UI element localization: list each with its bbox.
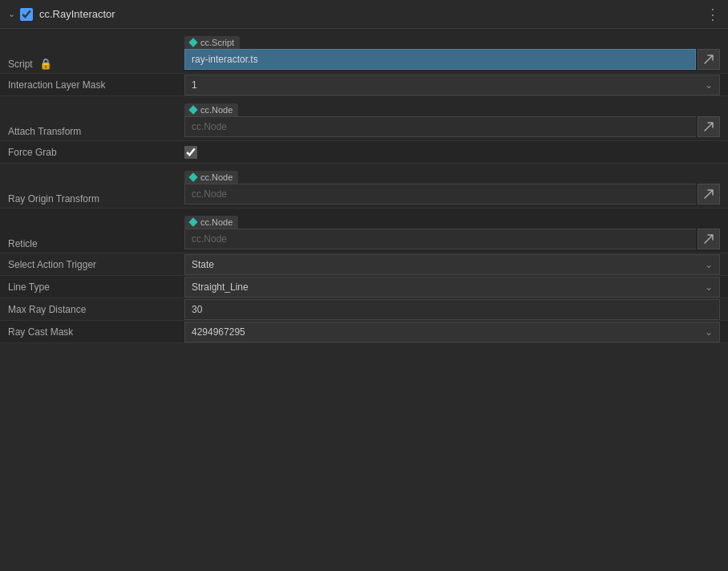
- interaction-layer-mask-label: Interaction Layer Mask: [8, 79, 184, 91]
- line-type-dropdown[interactable]: Straight_Line ⌄: [184, 277, 720, 298]
- attach-transform-badge: cc.Node: [184, 103, 238, 116]
- attach-transform-row: Attach Transform cc.Node cc.Node: [0, 96, 728, 141]
- attach-transform-input-row: cc.Node: [184, 116, 720, 137]
- reticle-input-row: cc.Node: [184, 229, 720, 249]
- collapse-chevron[interactable]: ⌄: [8, 9, 15, 19]
- reticle-label: Reticle: [8, 238, 184, 249]
- interaction-layer-mask-row: Interaction Layer Mask 1 ⌄: [0, 74, 728, 96]
- diamond-icon-2: [188, 105, 197, 114]
- select-action-trigger-row: Select Action Trigger State ⌄: [0, 253, 728, 276]
- ray-cast-mask-row: Ray Cast Mask 4294967295 ⌄: [0, 321, 728, 343]
- script-label-text: Script: [8, 59, 33, 70]
- force-grab-label: Force Grab: [8, 147, 184, 158]
- dropdown-chevron-icon-2: ⌄: [705, 259, 713, 270]
- force-grab-checkbox[interactable]: [184, 146, 197, 159]
- dropdown-chevron-icon-4: ⌄: [705, 326, 713, 338]
- line-type-label: Line Type: [8, 281, 184, 293]
- component-header: ⌄ cc.RayInteractor ⋮: [0, 0, 728, 29]
- ray-origin-value: cc.Node: [184, 184, 696, 205]
- ray-cast-mask-value: 4294967295: [192, 326, 705, 338]
- ray-origin-transform-row: Ray Origin Transform cc.Node cc.Node: [0, 164, 728, 209]
- ray-origin-input-row: cc.Node: [184, 184, 720, 205]
- max-ray-distance-label: Max Ray Distance: [8, 304, 184, 315]
- max-ray-distance-row: Max Ray Distance: [0, 298, 728, 321]
- attach-transform-badge-text: cc.Node: [200, 105, 233, 115]
- reticle-field: cc.Node cc.Node: [184, 216, 720, 249]
- line-type-row: Line Type Straight_Line ⌄: [0, 276, 728, 298]
- attach-transform-field: cc.Node cc.Node: [184, 103, 720, 137]
- max-ray-distance-input[interactable]: [184, 299, 720, 320]
- select-action-trigger-label: Select Action Trigger: [8, 259, 184, 270]
- select-action-trigger-value: State: [192, 259, 705, 270]
- ray-origin-transform-badge: cc.Node: [184, 171, 238, 184]
- reticle-pick-button[interactable]: [698, 229, 720, 249]
- interaction-layer-mask-dropdown[interactable]: 1 ⌄: [184, 75, 720, 95]
- script-input[interactable]: [184, 49, 696, 70]
- interaction-layer-mask-value: 1: [192, 79, 705, 91]
- component-enabled-checkbox[interactable]: [20, 8, 33, 21]
- more-options-button[interactable]: ⋮: [706, 7, 720, 22]
- reticle-badge: cc.Node: [184, 216, 238, 229]
- dropdown-chevron-icon-3: ⌄: [705, 281, 713, 293]
- ray-origin-badge-text: cc.Node: [200, 172, 233, 182]
- script-field: cc.Script: [184, 36, 720, 70]
- script-pick-button[interactable]: [698, 49, 720, 70]
- attach-transform-value: cc.Node: [184, 116, 696, 137]
- ray-origin-transform-label: Ray Origin Transform: [8, 193, 184, 205]
- reticle-value: cc.Node: [184, 229, 696, 249]
- ray-origin-pick-button[interactable]: [698, 184, 720, 205]
- diamond-icon-3: [188, 172, 197, 181]
- script-property-row: Script 🔒 cc.Script: [0, 29, 728, 74]
- ray-cast-mask-label: Ray Cast Mask: [8, 326, 184, 338]
- script-type-badge: cc.Script: [184, 36, 240, 49]
- select-action-trigger-dropdown[interactable]: State ⌄: [184, 254, 720, 275]
- attach-transform-label: Attach Transform: [8, 126, 184, 137]
- lock-icon: 🔒: [39, 58, 52, 70]
- reticle-badge-text: cc.Node: [200, 217, 233, 227]
- attach-transform-pick-button[interactable]: [698, 116, 720, 137]
- force-grab-field: [184, 146, 720, 159]
- reticle-row: Reticle cc.Node cc.Node: [0, 209, 728, 253]
- script-input-row: [184, 49, 720, 70]
- ray-origin-transform-field: cc.Node cc.Node: [184, 171, 720, 205]
- ray-cast-mask-dropdown[interactable]: 4294967295 ⌄: [184, 322, 720, 342]
- script-label: Script 🔒: [8, 58, 184, 70]
- force-grab-row: Force Grab: [0, 141, 728, 164]
- diamond-icon-4: [188, 217, 197, 226]
- dropdown-chevron-icon: ⌄: [705, 79, 713, 91]
- diamond-icon: [188, 38, 197, 47]
- line-type-value: Straight_Line: [192, 281, 705, 293]
- component-title: cc.RayInteractor: [39, 8, 706, 20]
- script-badge-text: cc.Script: [200, 38, 234, 47]
